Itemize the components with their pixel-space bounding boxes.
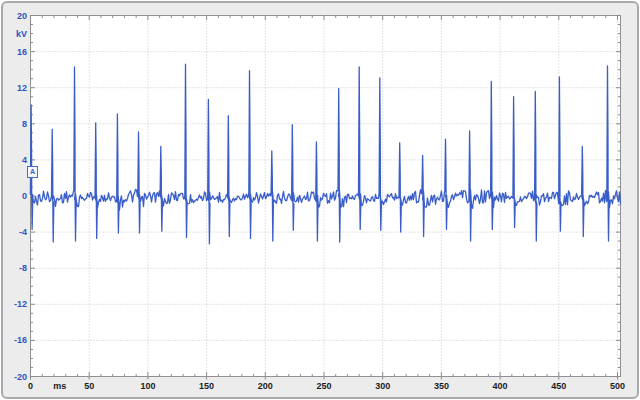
x-axis-unit-label: ms — [53, 381, 66, 391]
y-tick-label: 16 — [0, 47, 27, 57]
x-tick-label: 100 — [140, 381, 155, 391]
x-tick-label: 300 — [375, 381, 390, 391]
y-tick-label: -16 — [0, 335, 27, 345]
y-tick-label: -8 — [0, 263, 27, 273]
y-tick-label: -4 — [0, 227, 27, 237]
x-tick-label: 200 — [258, 381, 273, 391]
y-tick-label: 20 — [0, 11, 27, 21]
y-tick-label: -12 — [0, 299, 27, 309]
x-tick-label: 250 — [316, 381, 331, 391]
screenshot-root: 201612840-4-8-12-16-20050100150200250300… — [0, 0, 640, 400]
y-tick-label: 0 — [0, 191, 27, 201]
y-tick-label: 12 — [0, 83, 27, 93]
y-tick-label: -20 — [0, 372, 27, 382]
y-tick-label: 8 — [0, 119, 27, 129]
x-tick-label: 50 — [84, 381, 94, 391]
channel-a-marker: A — [27, 166, 38, 178]
x-tick-label: 350 — [434, 381, 449, 391]
x-tick-label: 150 — [199, 381, 214, 391]
x-tick-label: 500 — [610, 381, 625, 391]
y-axis-unit-label: kV — [0, 29, 27, 39]
x-tick-label: 0 — [28, 381, 33, 391]
y-tick-label: 4 — [0, 155, 27, 165]
x-tick-label: 450 — [551, 381, 566, 391]
x-tick-label: 400 — [493, 381, 508, 391]
waveform-chart — [0, 0, 640, 400]
